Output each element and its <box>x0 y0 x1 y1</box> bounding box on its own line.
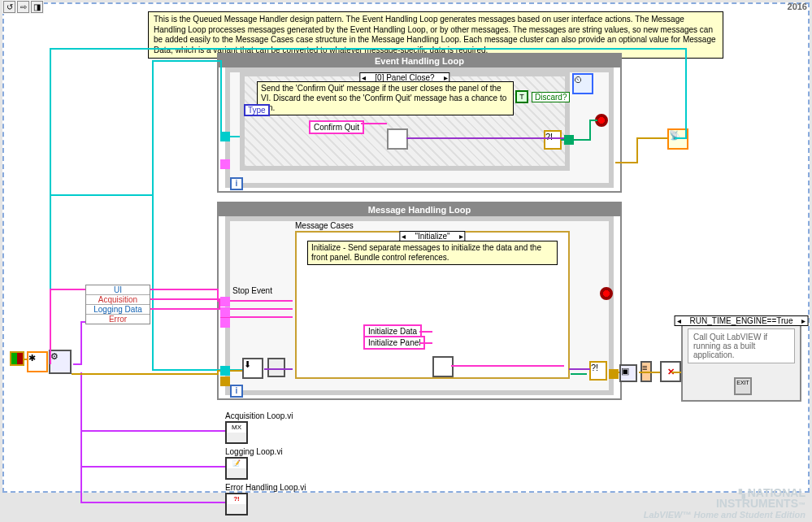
discard-terminal: Discard? <box>532 92 570 102</box>
watermark: ▚ NATIONAL INSTRUMENTS™ LabVIEW™ Home an… <box>644 486 805 520</box>
close-ref-node: ✕ <box>660 361 681 382</box>
runtime-engine-note: Call Quit LabVIEW if running as a built … <box>688 328 795 363</box>
log-loop-label: Logging Loop.vi <box>225 447 283 456</box>
error-handler-event-loop: ?! <box>544 130 562 150</box>
tool-highlight[interactable]: ◨ <box>31 1 43 13</box>
tunnel-ehl-queue <box>220 132 230 141</box>
iter-terminal-msg-loop: i <box>230 385 243 398</box>
build-array-msg <box>432 356 454 377</box>
obtain-queue-node: ✱ <box>27 351 48 372</box>
confirm-quit-constant: Confirm Quit <box>309 120 364 134</box>
err-loop-label: Error Handling Loop.vi <box>225 483 306 492</box>
bundle-row-acq: Acquisition <box>86 295 150 305</box>
wm-line2: INSTRUMENTS <box>716 497 798 510</box>
event-note: Send the 'Confirm Quit' message if the u… <box>257 81 514 115</box>
discard-true-constant: T <box>515 90 528 103</box>
merge-errors-node: ≡ <box>640 361 652 382</box>
init-panel-constant: Initialize Panel <box>363 336 425 350</box>
error-handler-msg-loop: ?! <box>589 361 607 381</box>
bd-toolbar: ↺ ⇨ ◨ <box>2 0 44 14</box>
bundle-cluster-node <box>267 358 285 377</box>
create-user-event-node: ⚙ <box>49 350 72 374</box>
dequeue-subvi: 📡 <box>667 128 688 150</box>
err-loop-subvi[interactable]: ?! <box>225 493 248 515</box>
stop-terminal-msg-loop <box>600 287 613 300</box>
design-pattern-note: This is the Queued Message Handler desig… <box>148 11 723 59</box>
tunnel-mhl-error-out <box>609 369 619 379</box>
bundle-by-name: UI Acquisition Logging Data Error <box>85 285 150 324</box>
runtime-engine-selector[interactable]: RUN_TIME_ENGINE==True <box>675 315 809 326</box>
bundle-row-err: Error <box>86 315 150 324</box>
tool-step[interactable]: ⇨ <box>17 1 29 13</box>
message-cases-label: Message Cases <box>295 221 354 230</box>
tunnel-mhl-cluster-3 <box>220 318 230 328</box>
release-queue-node: ▣ <box>619 364 637 382</box>
tunnel-mhl-queue <box>220 366 230 376</box>
msg-init-note: Initialize - Send separate messages to i… <box>307 241 558 265</box>
bundle-row-log: Logging Data <box>86 305 150 315</box>
wm-line3: LabVIEW™ Home and Student Edition <box>644 510 805 520</box>
quit-labview-exit-icon: EXIT <box>734 377 752 395</box>
dequeue-msg-node: ⬇ <box>242 358 263 379</box>
log-loop-subvi[interactable]: 📝 <box>225 457 248 480</box>
type-terminal: Type <box>244 104 270 116</box>
year-label: 2016 <box>788 2 807 11</box>
tunnel-mhl-cluster <box>220 297 230 307</box>
stop-event-label: Stop Event <box>232 286 272 295</box>
tunnel-mhl-cluster-2 <box>220 307 230 317</box>
iter-terminal-event-loop: i <box>230 177 243 190</box>
enqueue-msg-event-loop <box>387 128 408 150</box>
bundle-row-ui: UI <box>86 285 150 295</box>
tool-run[interactable]: ↺ <box>3 1 15 13</box>
acq-loop-subvi[interactable]: MX <box>225 421 248 444</box>
acq-loop-label: Acquisition Loop.vi <box>225 411 293 420</box>
event-loop-title: Event Handling Loop <box>219 54 620 67</box>
tunnel-mhl-error <box>220 376 230 386</box>
wait-ms-event-loop: ⏲ <box>572 73 593 94</box>
tunnel-ehl-cluster <box>220 159 230 169</box>
tunnel-ehl-stop <box>564 135 574 145</box>
stop-terminal-event-loop <box>595 114 608 127</box>
msg-loop-title: Message Handling Loop <box>219 203 620 216</box>
error-in-terminal <box>10 351 24 366</box>
